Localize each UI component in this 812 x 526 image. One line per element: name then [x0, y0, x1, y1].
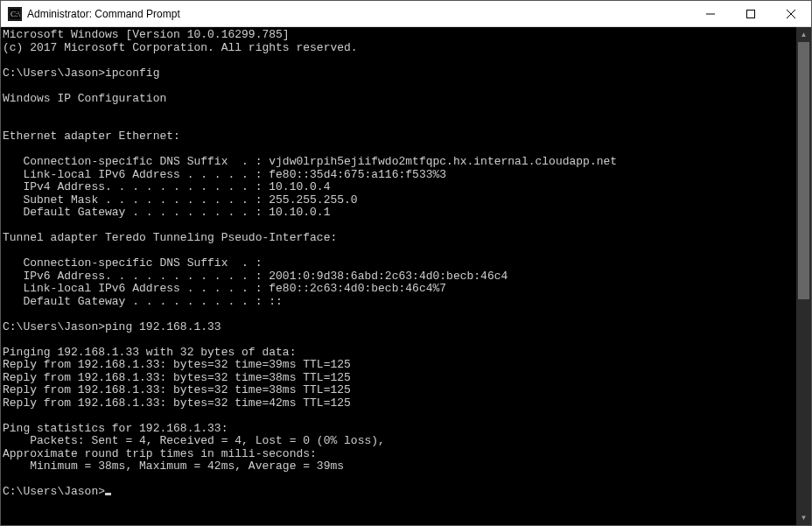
terminal-area: Microsoft Windows [Version 10.0.16299.78… — [1, 27, 811, 525]
ethernet-header: Ethernet adapter Ethernet: — [3, 130, 180, 143]
ping-reply-3: Reply from 192.168.1.33: bytes=32 time=3… — [3, 383, 351, 396]
os-version-line: Microsoft Windows [Version 10.0.16299.78… — [3, 28, 290, 41]
window-title: Administrator: Command Prompt — [27, 8, 690, 20]
eth-default-gateway: Default Gateway . . . . . . . . . : 10.1… — [3, 206, 330, 219]
window-controls — [690, 1, 811, 26]
prompt-current: C:\Users\Jason> — [3, 485, 105, 498]
ping-reply-2: Reply from 192.168.1.33: bytes=32 time=3… — [3, 371, 351, 384]
ping-reply-4: Reply from 192.168.1.33: bytes=32 time=4… — [3, 396, 351, 410]
vertical-scrollbar[interactable]: ▲ ▼ — [796, 27, 811, 525]
eth-dns-suffix: Connection-specific DNS Suffix . : vjdw0… — [3, 155, 617, 168]
ping-rtt-values: Minimum = 38ms, Maximum = 42ms, Average … — [3, 459, 344, 473]
ipconfig-title: Windows IP Configuration — [3, 92, 166, 105]
prompt-ping: C:\Users\Jason>ping 192.168.1.33 — [3, 320, 221, 333]
cursor — [105, 493, 111, 495]
scrollbar-down-arrow-icon[interactable]: ▼ — [796, 510, 811, 525]
eth-ipv4-address: IPv4 Address. . . . . . . . . . . : 10.1… — [3, 180, 330, 193]
teredo-link-local-ipv6: Link-local IPv6 Address . . . . . : fe80… — [3, 282, 446, 295]
ping-start: Pinging 192.168.1.33 with 32 bytes of da… — [3, 346, 296, 359]
minimize-button[interactable] — [690, 1, 731, 26]
eth-link-local-ipv6: Link-local IPv6 Address . . . . . : fe80… — [3, 168, 446, 181]
teredo-dns-suffix: Connection-specific DNS Suffix . : — [3, 256, 262, 270]
copyright-line: (c) 2017 Microsoft Corporation. All righ… — [3, 41, 358, 54]
maximize-button[interactable] — [731, 1, 771, 26]
ping-reply-1: Reply from 192.168.1.33: bytes=32 time=3… — [3, 358, 351, 371]
scrollbar-track[interactable] — [796, 42, 811, 510]
titlebar[interactable]: C:\ Administrator: Command Prompt — [1, 1, 811, 27]
cmd-icon: C:\ — [8, 7, 22, 21]
scrollbar-thumb[interactable] — [798, 42, 809, 299]
teredo-ipv6-address: IPv6 Address. . . . . . . . . . . : 2001… — [3, 270, 508, 283]
ping-stats-packets: Packets: Sent = 4, Received = 4, Lost = … — [3, 434, 385, 447]
svg-text:C:\: C:\ — [10, 10, 21, 18]
terminal-output[interactable]: Microsoft Windows [Version 10.0.16299.78… — [1, 27, 796, 525]
command-prompt-window: C:\ Administrator: Command Prompt Micros… — [0, 0, 812, 526]
eth-subnet-mask: Subnet Mask . . . . . . . . . . . : 255.… — [3, 193, 358, 207]
svg-rect-4 — [747, 10, 755, 18]
ping-rtt-header: Approximate round trip times in milli-se… — [3, 447, 317, 460]
teredo-default-gateway: Default Gateway . . . . . . . . . : :: — [3, 295, 283, 308]
prompt-ipconfig: C:\Users\Jason>ipconfig — [3, 67, 159, 80]
close-button[interactable] — [771, 1, 811, 26]
scrollbar-up-arrow-icon[interactable]: ▲ — [796, 27, 811, 42]
ping-stats-header: Ping statistics for 192.168.1.33: — [3, 422, 228, 435]
teredo-header: Tunnel adapter Teredo Tunneling Pseudo-I… — [3, 231, 337, 244]
